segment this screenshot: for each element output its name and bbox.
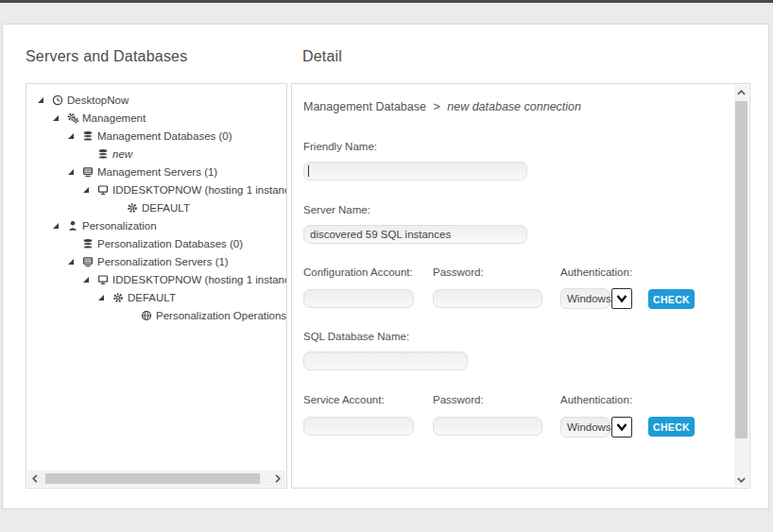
monitor-icon xyxy=(97,273,111,285)
globe-icon xyxy=(141,309,154,321)
sql-database-name-input[interactable] xyxy=(303,352,468,370)
tree-item-label: new xyxy=(112,148,132,160)
service-account-input[interactable] xyxy=(303,417,414,436)
tree-item[interactable]: IDDESKTOPNOW (hosting 1 instance xyxy=(82,180,287,198)
expander-icon[interactable] xyxy=(82,274,97,285)
application-window: Servers and Databases Detail DesktopNowM… xyxy=(0,0,773,532)
scroll-left-icon[interactable] xyxy=(27,471,43,487)
monitor-icon xyxy=(97,183,111,196)
horizontal-scroll-thumb[interactable] xyxy=(45,473,260,484)
gear-icon xyxy=(112,291,126,303)
person-icon xyxy=(67,219,80,232)
authentication-label: Authentication: xyxy=(560,394,632,405)
tree-item-label: Personalization Servers (1) xyxy=(97,256,229,267)
friendly-name-input[interactable] xyxy=(303,162,527,180)
tree-item[interactable]: Management Servers (1) xyxy=(67,163,217,180)
database-icon xyxy=(82,237,95,249)
expander-icon[interactable] xyxy=(52,112,67,124)
expander-icon[interactable] xyxy=(52,220,67,232)
configuration-account-label: Configuration Account: xyxy=(303,266,413,278)
vertical-scrollbar[interactable] xyxy=(734,85,748,487)
tree-item[interactable]: Personalization xyxy=(52,216,157,234)
authentication-select-value: Windows xyxy=(560,288,610,309)
authentication-select[interactable]: Windows xyxy=(560,417,632,438)
authentication-select-value: Windows xyxy=(560,417,610,438)
expander-icon[interactable] xyxy=(82,184,97,196)
authentication-select[interactable]: Windows xyxy=(560,288,632,309)
gears-icon xyxy=(67,112,80,124)
password-label: Password: xyxy=(433,394,484,405)
password-label: Password: xyxy=(433,266,484,278)
expander-icon[interactable] xyxy=(97,292,112,303)
window-title-bar xyxy=(0,0,773,3)
tree-item[interactable]: Personalization Servers (1) xyxy=(67,252,229,270)
server-icon xyxy=(82,165,95,178)
password-input[interactable] xyxy=(433,289,542,308)
detail-panel: Management Database > new database conne… xyxy=(291,83,750,489)
scroll-up-icon[interactable] xyxy=(734,85,748,100)
tree-item[interactable]: DEFAULT xyxy=(112,198,190,216)
chevron-down-icon[interactable] xyxy=(611,288,632,309)
tree-item-label: Personalization xyxy=(82,220,157,232)
database-icon xyxy=(82,129,95,142)
database-icon xyxy=(97,147,111,160)
text-caret xyxy=(308,165,309,177)
scroll-right-icon[interactable] xyxy=(269,471,285,487)
service-account-label: Service Account: xyxy=(303,394,385,405)
servers-tree-panel: DesktopNowManagementManagement Databases… xyxy=(26,83,287,489)
gear-icon xyxy=(127,201,140,214)
tree-item-label: IDDESKTOPNOW (hosting 1 instance xyxy=(112,184,287,196)
tree-item-label: Personalization Databases (0) xyxy=(97,238,243,249)
breadcrumb-primary: Management Database xyxy=(303,100,426,113)
expander-icon[interactable] xyxy=(67,256,82,267)
clock-icon xyxy=(52,94,65,106)
tree-item-label: IDDESKTOPNOW (hosting 1 instance xyxy=(112,274,287,285)
horizontal-scrollbar[interactable] xyxy=(27,471,285,487)
tree-item[interactable]: DesktopNow xyxy=(37,91,129,109)
server-name-label: Server Name: xyxy=(303,204,370,215)
tree-item-label: Personalization Operations xyxy=(156,310,286,321)
tree-item[interactable]: Personalization Databases (0) xyxy=(67,234,243,252)
breadcrumb-secondary: new database connection xyxy=(447,100,581,113)
scroll-down-icon[interactable] xyxy=(734,472,748,487)
check-button[interactable]: CHECK xyxy=(648,417,695,437)
tree-item-label: DesktopNow xyxy=(67,94,129,106)
vertical-scroll-thumb[interactable] xyxy=(735,101,747,438)
breadcrumb: Management Database > new database conne… xyxy=(303,100,581,113)
server-name-input[interactable] xyxy=(303,225,527,244)
authentication-label: Authentication: xyxy=(560,266,632,278)
tree-item[interactable]: Personalization Operations xyxy=(126,306,286,324)
detail-heading: Detail xyxy=(302,48,342,65)
server-icon xyxy=(82,255,95,267)
tree-item[interactable]: Management xyxy=(52,109,146,127)
expander-icon[interactable] xyxy=(37,94,52,106)
tree-item[interactable]: new xyxy=(82,145,132,163)
expander-icon[interactable] xyxy=(67,130,82,142)
password-input[interactable] xyxy=(433,417,542,436)
friendly-name-label: Friendly Name: xyxy=(303,141,377,152)
tree-item[interactable]: Management Databases (0) xyxy=(67,127,232,145)
check-button[interactable]: CHECK xyxy=(648,289,695,309)
tree-item-label: Management xyxy=(82,112,146,124)
servers-and-databases-heading: Servers and Databases xyxy=(26,48,187,65)
tree-item[interactable]: IDDESKTOPNOW (hosting 1 instance xyxy=(82,270,287,288)
tree-item-label: DEFAULT xyxy=(142,202,190,214)
chevron-down-icon[interactable] xyxy=(611,417,632,438)
sql-database-name-label: SQL Database Name: xyxy=(303,331,409,342)
configuration-account-input[interactable] xyxy=(303,289,414,308)
tree-item-label: DEFAULT xyxy=(128,292,176,303)
expander-icon[interactable] xyxy=(67,166,82,178)
tree-item[interactable]: DEFAULT xyxy=(97,288,176,306)
breadcrumb-separator: > xyxy=(433,100,439,113)
tree-item-label: Management Databases (0) xyxy=(97,130,232,142)
tree-item-label: Management Servers (1) xyxy=(97,166,217,178)
